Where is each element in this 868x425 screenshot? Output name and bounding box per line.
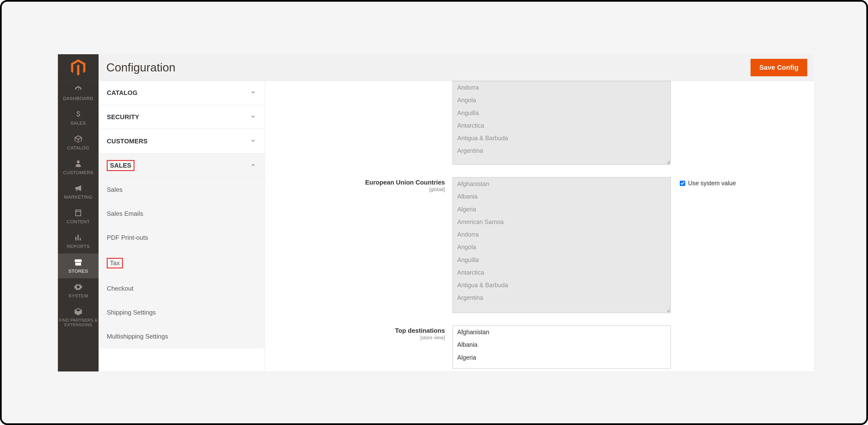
eu-countries-multiselect[interactable]: Afghanistan Albania Algeria American Sam…: [453, 177, 671, 313]
nav-label: CATALOG: [67, 145, 89, 151]
option[interactable]: Afghanistan: [453, 178, 671, 190]
nav-customers[interactable]: CUSTOMERS: [58, 155, 99, 180]
field-row-eu-countries: European Union Countries [global] Afghan…: [273, 177, 807, 313]
save-config-button[interactable]: Save Config: [750, 59, 807, 76]
nav-partners[interactable]: FIND PARTNERS & EXTENSIONS: [58, 303, 99, 332]
field-label: Top destinations: [395, 327, 445, 334]
option[interactable]: American Samoa: [453, 215, 671, 228]
nav-dashboard[interactable]: DASHBOARD: [58, 81, 99, 105]
sub-item-tax[interactable]: Tax: [99, 250, 265, 277]
field-scope: [store view]: [273, 335, 445, 340]
field-label-col-empty: [273, 81, 453, 82]
sub-item-sales-emails[interactable]: Sales Emails: [99, 202, 265, 226]
resize-handle-icon[interactable]: [665, 308, 670, 312]
nav-sales[interactable]: SALES: [58, 105, 99, 130]
config-section-label: CUSTOMERS: [107, 138, 148, 145]
nav-label: CUSTOMERS: [63, 170, 93, 175]
field-extra-empty: [671, 81, 680, 83]
nav-reports[interactable]: REPORTS: [58, 229, 99, 253]
nav-marketing[interactable]: MARKETING: [58, 179, 99, 204]
config-section-customers[interactable]: CUSTOMERS: [99, 129, 265, 154]
person-icon: [74, 159, 83, 168]
nav-label: SALES: [70, 121, 86, 126]
box-icon: [74, 134, 83, 143]
config-section-sales[interactable]: SALES: [99, 154, 265, 178]
config-section-catalog[interactable]: CATALOG: [99, 81, 265, 105]
main-area: Configuration Save Config CATALOG SECURI…: [99, 54, 814, 371]
option[interactable]: Antigua & Barbuda: [453, 279, 671, 291]
option[interactable]: Antarctica: [453, 119, 671, 132]
resize-handle-icon[interactable]: [665, 160, 670, 164]
sales-subitems: Sales Sales Emails PDF Print-outs Tax Ch…: [99, 178, 265, 348]
config-section-label: CATALOG: [107, 89, 137, 97]
nav-label: DASHBOARD: [63, 96, 93, 101]
megaphone-icon: [74, 184, 83, 192]
nav-label: SYSTEM: [68, 293, 88, 299]
sub-item-label: Checkout: [107, 285, 133, 292]
config-section-label: SECURITY: [107, 113, 139, 121]
option[interactable]: Albania: [453, 338, 671, 351]
sub-item-label: Shipping Settings: [107, 309, 156, 316]
option[interactable]: Andorra: [453, 81, 671, 94]
screenshot-frame: DASHBOARD SALES CATALOG CUSTOMERS MARKET…: [0, 0, 868, 425]
field-row-prior-countries: Andorra Angola Anguilla Antarctica Antig…: [273, 81, 807, 165]
magento-logo[interactable]: [58, 54, 99, 81]
countries-multiselect-partial[interactable]: Andorra Angola Anguilla Antarctica Antig…: [453, 81, 671, 165]
partners-icon: [74, 307, 83, 316]
option[interactable]: Afghanistan: [453, 326, 671, 338]
sub-item-shipping-settings[interactable]: Shipping Settings: [99, 301, 265, 325]
bar-chart-icon: [74, 233, 83, 242]
nav-system[interactable]: SYSTEM: [58, 278, 99, 303]
gear-icon: [74, 283, 83, 291]
dashboard-icon: [74, 85, 83, 94]
option[interactable]: Albania: [453, 190, 671, 203]
option[interactable]: Angola: [453, 94, 671, 106]
config-nav: CATALOG SECURITY CUSTOMERS SALES: [99, 81, 265, 371]
dollar-icon: [74, 110, 83, 119]
option[interactable]: Angola: [453, 241, 671, 253]
use-system-value-checkbox[interactable]: [680, 181, 685, 186]
option[interactable]: Andorra: [453, 228, 671, 241]
page-icon: [74, 209, 83, 217]
field-scope: [global]: [273, 187, 445, 192]
option[interactable]: Algeria: [453, 351, 671, 364]
form-area: Andorra Angola Anguilla Antarctica Antig…: [265, 81, 814, 371]
sub-item-label: Sales: [107, 186, 123, 193]
app-window: DASHBOARD SALES CATALOG CUSTOMERS MARKET…: [58, 54, 814, 371]
option[interactable]: Algeria: [453, 203, 671, 215]
content-row: CATALOG SECURITY CUSTOMERS SALES: [99, 81, 814, 371]
sub-item-label: Sales Emails: [107, 210, 143, 217]
nav-label: FIND PARTNERS & EXTENSIONS: [58, 318, 99, 327]
option[interactable]: Antigua & Barbuda: [453, 132, 671, 144]
config-section-label-highlighted: SALES: [107, 160, 134, 171]
nav-label: STORES: [68, 269, 88, 274]
sub-item-label: PDF Print-outs: [107, 234, 148, 241]
option[interactable]: Argentina: [453, 144, 671, 157]
chevron-up-icon: [250, 162, 256, 169]
sub-item-multishipping-settings[interactable]: Multishipping Settings: [99, 325, 265, 348]
sub-item-sales[interactable]: Sales: [99, 178, 265, 202]
sub-item-pdf-printouts[interactable]: PDF Print-outs: [99, 226, 265, 250]
nav-content[interactable]: CONTENT: [58, 204, 99, 229]
field-label: European Union Countries: [365, 179, 445, 186]
field-row-top-destinations: Top destinations [store view] Afghanista…: [273, 326, 807, 369]
option[interactable]: Anguilla: [453, 253, 671, 266]
chevron-down-icon: [250, 138, 256, 145]
chevron-down-icon: [250, 89, 256, 97]
admin-sidebar: DASHBOARD SALES CATALOG CUSTOMERS MARKET…: [58, 54, 99, 371]
nav-label: REPORTS: [67, 244, 90, 249]
nav-label: MARKETING: [64, 194, 92, 200]
sub-item-label: Multishipping Settings: [107, 333, 168, 340]
chevron-down-icon: [250, 113, 256, 121]
store-icon: [74, 258, 83, 267]
sub-item-checkout[interactable]: Checkout: [99, 277, 265, 301]
top-destinations-multiselect[interactable]: Afghanistan Albania Algeria: [453, 326, 671, 369]
config-section-security[interactable]: SECURITY: [99, 105, 265, 129]
option[interactable]: Anguilla: [453, 107, 671, 119]
topbar: Configuration Save Config: [99, 54, 814, 81]
page-title: Configuration: [106, 61, 176, 74]
nav-stores[interactable]: STORES: [58, 253, 99, 278]
option[interactable]: Antarctica: [453, 266, 671, 279]
option[interactable]: Argentina: [453, 291, 671, 304]
nav-catalog[interactable]: CATALOG: [58, 130, 99, 155]
